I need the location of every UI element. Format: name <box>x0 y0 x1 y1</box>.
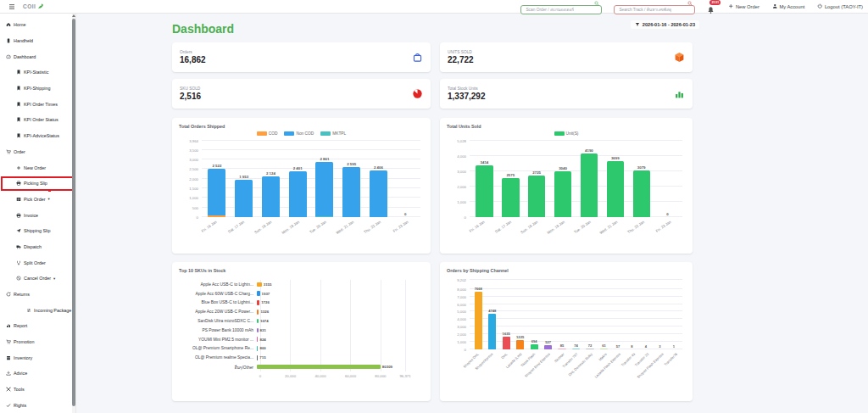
sidebar: HomeHandheldDashboardKPI-StatisticKPI-Sh… <box>0 14 76 413</box>
sidebar-item-kpi-order-status[interactable]: KPI Order Status <box>0 112 75 128</box>
sidebar-item-kpi-order-times[interactable]: KPI Order Times <box>0 96 75 112</box>
chart-card-total-units-sold: Total Units SoldUnit(S)5,0284,0003,0002,… <box>440 118 693 254</box>
sidebar-item-promotion[interactable]: Promotion <box>0 334 75 350</box>
new-order-label: New Order <box>736 4 760 9</box>
sidebar-scrollbar[interactable] <box>72 14 75 413</box>
x-tick-label: 96,371 <box>399 374 410 378</box>
sidebar-item-kpi-advicestatus[interactable]: KPI-AdviceStatus <box>0 128 75 144</box>
sidebar-item-tools[interactable]: Tools <box>0 382 75 398</box>
x-tick-label: Thu. 22 Jan <box>364 220 382 234</box>
sidebar-item-label: New Order <box>24 165 46 170</box>
sidebar-item-label: Advice <box>14 371 27 376</box>
bar-value-label: 61 <box>602 343 606 348</box>
sidebar-item-split-order[interactable]: Split Order <box>0 254 75 271</box>
bar-value-label: 1 <box>673 344 675 349</box>
sidebar-item-report[interactable]: Report <box>0 318 75 334</box>
sidebar-item-picking-slip[interactable]: Picking Slip <box>0 176 75 192</box>
sidebar-item-inventory[interactable]: Inventory <box>0 349 75 366</box>
x-tick-label: 0 <box>259 374 261 378</box>
kpi-value: 22,722 <box>448 55 474 64</box>
legend-swatch <box>320 131 331 136</box>
chevron-down-icon: ▾ <box>53 276 55 281</box>
legend-label: COD <box>269 131 278 136</box>
legend-swatch <box>284 131 294 136</box>
bar-shopee-dhl: 7668 <box>471 280 485 349</box>
sidebar-item-incoming-package[interactable]: Incoming Package <box>0 302 75 318</box>
bar-value-label: 527 <box>545 340 551 344</box>
hbar-label: PS Power Bank 10000 mAh <box>179 328 257 332</box>
sidebar-item-label: Tools <box>14 387 25 392</box>
bar-value-label: 8 <box>631 344 632 349</box>
chart-legend: Unit(S) <box>447 131 686 136</box>
hbar-other: อื่นๆ/Other80309 <box>179 362 424 371</box>
main-area: Dashboard 2026-01-16 - 2026-01-23 Orders… <box>76 14 868 413</box>
sidebar-item-cancel-order[interactable]: Cancel Order▾ <box>0 271 75 287</box>
hbar-apple-acc-20w-usb-c-power: Apple Acc 20W USB-C Power...1326 <box>179 307 424 316</box>
search-track-input[interactable] <box>614 5 695 14</box>
sidebar-item-label: Rights <box>14 403 26 408</box>
sidebar-item-home[interactable]: Home <box>0 17 75 33</box>
scrollbar-thumb[interactable] <box>72 19 75 406</box>
y-tick-label: 3,964 <box>178 139 198 143</box>
bar-dhl: 1635 <box>499 280 513 349</box>
notifications-button[interactable]: 2131 <box>707 3 715 11</box>
search-track-search <box>614 0 695 14</box>
bag-icon <box>412 52 423 63</box>
sidebar-item-handheld[interactable]: Handheld <box>0 33 75 49</box>
tools-icon <box>6 387 11 392</box>
bar-value-label: 0 <box>404 212 406 216</box>
x-tick-label: Sun. 18 Jan <box>253 220 272 235</box>
my-account-button[interactable]: My Account <box>772 3 804 9</box>
sidebar-item-invoice[interactable]: Invoice <box>0 207 75 223</box>
power-icon <box>817 3 823 9</box>
y-tick-label: 6,000 <box>446 302 466 306</box>
sidebar-item-label: KPI-Shipping <box>24 86 50 91</box>
bar-fri-23-jan: 0 <box>654 141 681 217</box>
sidebar-item-returns[interactable]: Returns <box>0 287 75 303</box>
sidebar-item-order[interactable]: Order <box>0 144 75 160</box>
sidebar-item-advice[interactable]: Advice <box>0 366 75 382</box>
sidebar-item-new-order[interactable]: New Order <box>0 159 75 176</box>
sidebar-item-dashboard[interactable]: Dashboard <box>0 48 75 64</box>
hbar-label: SanDisk Ultra microSDXC C... <box>179 319 257 323</box>
brand-logo[interactable]: COII <box>23 3 44 10</box>
kpi-label: UNITS SOLD <box>448 50 474 54</box>
logo-bird-icon <box>37 3 44 10</box>
sidebar-item-label: Dashboard <box>14 54 36 59</box>
x-tick-label: Mon. 19 Jan <box>546 220 565 235</box>
menu-icon[interactable] <box>8 3 16 10</box>
sidebar-item-pick-order[interactable]: Pick Order▾ <box>0 192 75 208</box>
bar-value-label: 3079 <box>637 165 646 170</box>
hbar-label: OL@ Premium realme Specia... <box>179 355 257 360</box>
x-axis-labels: 020,00040,00060,00080,00096,371 <box>260 374 405 382</box>
y-tick-label: 8,000 <box>446 287 466 291</box>
x-tick-label: 60,000 <box>345 374 356 378</box>
y-tick-label: 500 <box>178 205 198 209</box>
scrollbar-up-arrow-icon[interactable] <box>72 14 75 17</box>
bar-wed-21-jan: 3699 <box>602 141 628 217</box>
scan-order-input[interactable] <box>520 5 602 14</box>
logout-button[interactable]: Logout (TAOY-IT) <box>817 3 863 9</box>
bar-value-label: 3040 <box>559 166 567 170</box>
printer-icon <box>16 213 21 218</box>
bar-value-label: 3699 <box>611 156 620 160</box>
y-tick-label: 5,000 <box>446 310 466 314</box>
bars-icon <box>674 88 685 99</box>
my-account-label: My Account <box>779 4 804 9</box>
sidebar-item-dispatch[interactable]: Dispatch <box>0 239 75 255</box>
sidebar-item-shipping-slip[interactable]: Shipping Slip <box>0 223 75 239</box>
search-icon[interactable] <box>594 1 599 6</box>
bar-value-label: 7668 <box>475 287 482 291</box>
bar-lazada-flash-express: 57 <box>611 280 625 349</box>
new-order-button[interactable]: New Order <box>728 3 760 9</box>
search-icon[interactable] <box>687 1 693 6</box>
bookmark-icon <box>16 86 21 91</box>
sidebar-item-rights[interactable]: Rights <box>0 398 75 413</box>
sidebar-item-kpi-statistic[interactable]: KPI-Statistic <box>0 64 75 81</box>
sidebar-item-kpi-shipping[interactable]: KPI-Shipping <box>0 81 75 97</box>
bar-value-label: 1937 <box>262 292 270 296</box>
legend-label: Non COD <box>296 131 314 136</box>
bar-value-label: 1635 <box>503 332 510 336</box>
x-tick-label: Sat. 17 Jan <box>227 220 245 234</box>
date-range-filter[interactable]: 2026-01-16 - 2026-01-23 <box>631 20 699 29</box>
